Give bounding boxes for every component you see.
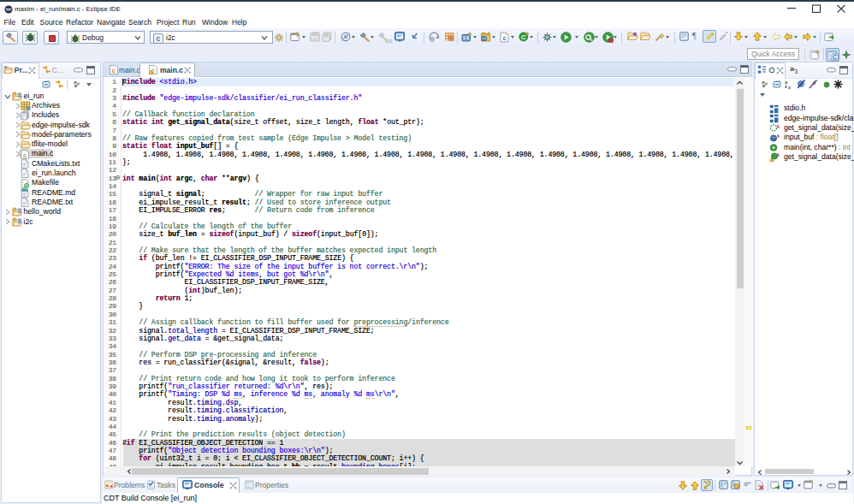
svg-text:z: z [788,85,791,90]
svg-text:C: C [521,33,526,41]
svg-text:C: C [157,35,161,43]
svg-text:c: c [111,67,115,74]
svg-text:C: C [483,37,486,41]
svg-text:C: C [833,53,837,59]
svg-text:010: 010 [385,39,393,44]
svg-text:C: C [465,36,468,40]
svg-text:c: c [502,33,506,41]
svg-text:c: c [23,151,27,159]
